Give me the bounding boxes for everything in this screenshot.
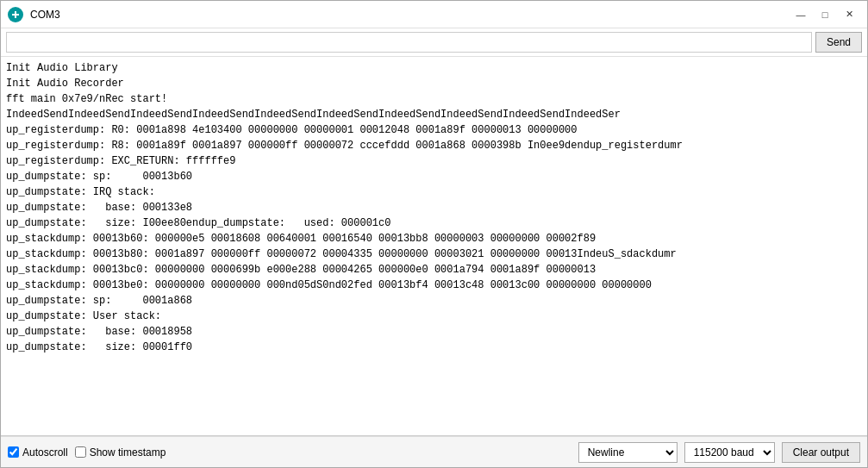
app-icon (8, 7, 23, 22)
baud-rate-select[interactable]: 300 baud 1200 baud 2400 baud 4800 baud 9… (684, 442, 775, 463)
serial-output[interactable]: Init Audio Library Init Audio Recorder f… (1, 57, 867, 436)
minimize-button[interactable]: — (790, 6, 812, 23)
main-window: COM3 — □ ✕ Send Init Audio Library Init … (0, 0, 868, 468)
message-input[interactable] (6, 32, 812, 53)
maximize-button[interactable]: □ (814, 6, 836, 23)
title-bar: COM3 — □ ✕ (1, 1, 867, 28)
show-timestamp-text: Show timestamp (90, 446, 166, 459)
send-button[interactable]: Send (815, 32, 862, 53)
autoscroll-text: Autoscroll (22, 446, 68, 459)
toolbar: Send (1, 28, 867, 57)
clear-output-button[interactable]: Clear output (782, 442, 860, 463)
status-bar: Autoscroll Show timestamp Newline No lin… (1, 436, 867, 467)
close-button[interactable]: ✕ (838, 6, 860, 23)
window-controls: — □ ✕ (790, 6, 860, 23)
show-timestamp-label[interactable]: Show timestamp (75, 446, 166, 459)
newline-select[interactable]: Newline No line ending Carriage return B… (578, 442, 678, 463)
window-title: COM3 (30, 9, 790, 21)
autoscroll-label[interactable]: Autoscroll (8, 446, 68, 459)
show-timestamp-checkbox[interactable] (75, 446, 86, 458)
autoscroll-checkbox[interactable] (8, 446, 19, 458)
